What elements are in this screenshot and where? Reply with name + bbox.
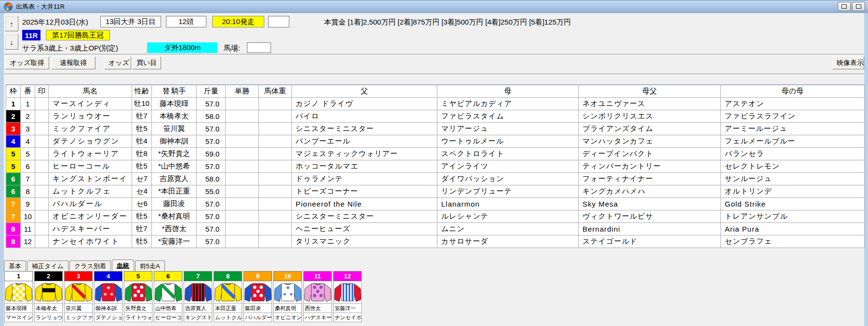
column-header: 母の母	[721, 85, 865, 98]
maximize-button[interactable]	[852, 2, 865, 11]
sex-age-cell: セ6	[132, 198, 152, 210]
sex-age-cell: 牡5	[132, 160, 152, 173]
body-weight-cell	[259, 148, 292, 160]
table-row[interactable]: 811ハデスキーパー牡7*西啓太57.0ヘニーヒューズムニンBernardini…	[6, 223, 865, 235]
strip-jockey-name: 安藤洋一	[333, 304, 362, 313]
minimize-button[interactable]	[838, 2, 851, 11]
race-condition-box	[268, 16, 289, 27]
strip-horse-name: ランリョウオー	[34, 313, 63, 322]
jockey-silk-icon[interactable]	[64, 281, 93, 304]
jockey-silk-icon[interactable]	[4, 281, 33, 304]
column-header: 馬名	[49, 85, 132, 98]
dam-cell: リンデンブリューテ	[437, 185, 579, 198]
tab-class-chaku[interactable]: クラス別着	[69, 261, 111, 271]
horse-number-cell: 2	[21, 110, 35, 123]
next-race-button[interactable]: ↓	[5, 34, 18, 50]
waku-number-cell: 3	[64, 271, 93, 281]
table-row[interactable]: 79バハルダールセ6藤田凌57.0Pioneerof the NileLlana…	[6, 198, 865, 210]
strip-jockey-name: 吉原寛人	[184, 304, 212, 313]
column-header: 替 騎手	[152, 85, 197, 98]
horse-number-cell: 4	[21, 135, 35, 148]
sex-age-cell: セ7	[132, 173, 152, 185]
jockey-silk-icon[interactable]	[244, 281, 272, 304]
jockey-silk-icon[interactable]	[34, 281, 63, 304]
waku-number-cell: 5	[124, 271, 152, 281]
flash-fetch-button[interactable]: 速報取得	[51, 56, 95, 69]
horse-number-cell: 5	[21, 148, 35, 160]
meeting-box: 13回大井 3日目	[100, 16, 161, 27]
mark-cell	[35, 123, 49, 135]
damsire-cell: Bernardini	[579, 223, 721, 235]
body-weight-cell	[259, 110, 292, 123]
waku-cell: 5	[6, 160, 21, 173]
app-window: 出馬表・大井11R ↑ ↓ 2025年12月03日(水) 13回大井 3日目 1…	[0, 0, 868, 326]
tab-last5-a[interactable]: 前5走A	[135, 261, 165, 271]
table-row[interactable]: 68ムットクルフェセ4*本田正重55.0トビーズコーナーリンデンブリューテキング…	[6, 185, 865, 198]
jockey-silk-icon[interactable]: ★ ★ ★	[273, 281, 302, 304]
sire-cell: カジノ ドライヴ	[292, 98, 437, 110]
horse-number-cell: 10	[21, 210, 35, 223]
silk-column: 5 矢野貴之ライトウォーリア	[124, 271, 152, 322]
win-odds-cell	[226, 198, 259, 210]
jockey-silk-icon[interactable]	[124, 281, 152, 304]
win-odds-cell	[226, 210, 259, 223]
table-row[interactable]: 55ライトウォーリア牡8*矢野貴之59.0マジェスティックウォリアースペクトロラ…	[6, 148, 865, 160]
damsire-cell: ネオユニヴァース	[579, 98, 721, 110]
jockey-silk-icon[interactable]	[214, 281, 242, 304]
damsire-cell: マンハッタンカフェ	[579, 135, 721, 148]
silk-column: 12 安藤洋一ナンセイホワイト	[333, 271, 362, 322]
waku-number-cell: 12	[333, 271, 362, 281]
odds-button[interactable]: オッズ	[104, 56, 131, 69]
prev-race-button[interactable]: ↑	[5, 16, 18, 31]
jockey-cell: *矢野貴之	[152, 148, 197, 160]
strip-horse-name: ハデスキーパー	[303, 313, 332, 322]
body-weight-cell	[259, 235, 292, 248]
table-row[interactable]: 33ミックファイア牡5笹川翼57.0シニスターミニスターマリアージュブライアンズ…	[6, 123, 865, 135]
waku-cell: 3	[6, 123, 21, 135]
tab-basic[interactable]: 基本	[4, 261, 26, 271]
sire-cell: ドゥラメンテ	[292, 173, 437, 185]
svg-text:★: ★	[285, 285, 290, 290]
jockey-cell: 吉原寛人	[152, 173, 197, 185]
sex-age-cell: 牡5	[132, 235, 152, 248]
table-row[interactable]: 56ヒーローコール牡5*山中悠希57.0ホッコータルマエアインライツティンバーカ…	[6, 160, 865, 173]
jockey-cell: 本橋孝太	[152, 110, 197, 123]
horse-name-cell: オピニオンリーダー	[49, 210, 132, 223]
weight-cell: 57.0	[197, 210, 226, 223]
dams-dam-cell: アステオン	[721, 98, 865, 110]
table-row[interactable]: 710オピニオンリーダー牡5*桑村真明57.0シニスターミニスタールレシャンテヴ…	[6, 210, 865, 223]
video-display-button[interactable]: 映像表示	[832, 56, 864, 69]
strip-horse-name: オピニオンリーダー	[273, 313, 302, 322]
jockey-silk-icon[interactable]	[154, 281, 182, 304]
win-odds-cell	[226, 135, 259, 148]
sire-cell: マジェスティックウォリアー	[292, 148, 437, 160]
horse-number-cell: 3	[21, 123, 35, 135]
table-row[interactable]: 11マースインディ牡10藤本現暉57.0カジノ ドライヴミヤビアルカディアネオユ…	[6, 98, 865, 110]
sire-cell: シニスターミニスター	[292, 123, 437, 135]
jockey-cell: *山中悠希	[152, 160, 197, 173]
horse-number-cell: 9	[21, 198, 35, 210]
table-row[interactable]: 67キングストンボーイセ7吉原寛人58.0ドゥラメンテダイワパッションフォーティ…	[6, 173, 865, 185]
sex-age-cell: 牡7	[132, 110, 152, 123]
jockey-silk-icon[interactable]: ★ ★ ★	[94, 281, 122, 304]
odds-fetch-button[interactable]: オッズ取得	[5, 56, 49, 69]
jockey-silk-icon[interactable]	[184, 281, 212, 304]
table-row[interactable]: 44ダテノショウグン牡4御神本訓57.0バンブーエールウートゥルメールマンハッタ…	[6, 135, 865, 148]
table-row[interactable]: 22ランリョウオー牡7本橋孝太58.0パイロファビラスタイムシンボリクリスエスフ…	[6, 110, 865, 123]
damsire-cell: ディープインパクト	[579, 148, 721, 160]
weight-cell: 57.0	[197, 223, 226, 235]
kaime-button[interactable]: 買い目	[132, 56, 161, 69]
race-date: 2025年12月03日(水)	[22, 18, 88, 27]
table-row[interactable]: 812ナンセイホワイト牡5*安藤洋一57.0タリスマニックカサロサーダステイゴー…	[6, 235, 865, 248]
strip-horse-name: キングストンボーイ	[184, 313, 212, 322]
tab-hosei-time[interactable]: 補正タイム	[27, 261, 68, 271]
dams-dam-cell: トレアンサンブル	[721, 210, 865, 223]
head-count-box: 12頭	[166, 16, 206, 27]
waku-number-cell: 2	[34, 271, 63, 281]
jockey-silk-icon[interactable]	[333, 281, 362, 304]
jockey-silk-icon[interactable]	[303, 281, 332, 304]
waku-number-cell: 1	[4, 271, 33, 281]
strip-jockey-name: 藤田凌	[244, 304, 272, 313]
tab-pedigree[interactable]: 血統	[112, 260, 134, 271]
column-header: 馬体重	[259, 85, 292, 98]
